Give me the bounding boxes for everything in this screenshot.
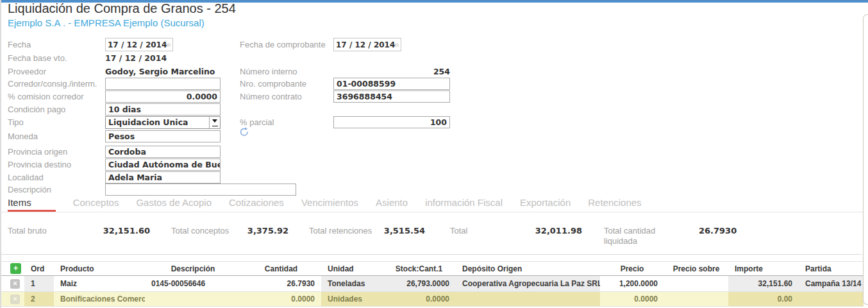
field-label-corredor: Corredor/consig./interm. bbox=[8, 78, 97, 90]
tab-bar: ItemsConceptosGastos de AcopioCotizacion… bbox=[1, 194, 868, 212]
table-row: ✕1Maiz0145-0005664626.7930Toneladas26,79… bbox=[1, 276, 864, 292]
cell-stock: 26,793.0000 bbox=[382, 276, 456, 292]
tab-gastos-de-acopio[interactable]: Gastos de Acopio bbox=[136, 194, 212, 212]
fecha_comprobante-date-field[interactable]: 17 / 12 / 2014 bbox=[333, 38, 401, 51]
cell-ord: 2 bbox=[24, 292, 54, 307]
field-label-fecha: Fecha bbox=[8, 38, 31, 51]
field-label-provincia_origen: Provincia origen bbox=[8, 146, 67, 158]
page-title: Liquidación de Compra de Granos - 254 bbox=[8, 1, 236, 16]
cell-importe: 32,151.60 bbox=[728, 276, 799, 292]
tab-vencimientos[interactable]: Vencimientos bbox=[301, 194, 358, 212]
cell-unidad: Unidades bbox=[321, 292, 382, 307]
field-label-moneda: Moneda bbox=[8, 130, 38, 143]
calendar-icon[interactable] bbox=[167, 40, 171, 49]
total-group-1: Total conceptos3,375.92 bbox=[171, 226, 288, 236]
total-label: Total retenciones bbox=[309, 226, 372, 236]
field-label-numero_interno: Número interno bbox=[240, 65, 297, 78]
items-table: +OrdProductoDescripciónCantidadUnidadSto… bbox=[1, 261, 864, 307]
nro_comprobante-input[interactable]: 01-00088599 bbox=[333, 78, 450, 90]
tab-cotizaciones[interactable]: Cotizaciones bbox=[229, 194, 284, 212]
cell-producto[interactable]: Maiz bbox=[54, 276, 145, 292]
delete-row-icon[interactable]: ✕ bbox=[10, 279, 20, 289]
total-value: 3,515.54 bbox=[384, 226, 425, 235]
comision_corredor-input[interactable]: 0.0000 bbox=[105, 90, 221, 103]
fecha-value: 17 / 12 / 2014 bbox=[108, 40, 167, 49]
refresh-icon[interactable] bbox=[239, 127, 249, 137]
table-row: ✕2Bonificaciones Comerciales de Granos0.… bbox=[1, 292, 864, 307]
cell-descripcion[interactable] bbox=[145, 292, 241, 307]
provincia_destino-input[interactable]: Ciudad Autónoma de Buenc bbox=[105, 158, 221, 171]
field-label-proveedor: Proveedor bbox=[8, 65, 46, 78]
chevron-down-icon[interactable] bbox=[209, 117, 220, 128]
tab-conceptos[interactable]: Conceptos bbox=[73, 194, 119, 212]
cell-precio_sobre[interactable] bbox=[664, 292, 728, 307]
fecha_comprobante-value: 17 / 12 / 2014 bbox=[336, 40, 395, 49]
total-group-0: Total bruto32,151.60 bbox=[8, 226, 150, 236]
row-actions-cell: ✕ bbox=[1, 292, 24, 307]
column-header-precio: Precio bbox=[600, 262, 664, 276]
field-label-condicion_pago: Condición pago bbox=[8, 103, 65, 116]
provincia_origen-input[interactable]: Cordoba bbox=[105, 146, 221, 158]
numero_contrato-input[interactable]: 3696888454 bbox=[333, 90, 450, 103]
total-group-3: Total32,011.98 bbox=[450, 226, 582, 236]
items-table-header: +OrdProductoDescripciónCantidadUnidadSto… bbox=[1, 262, 864, 276]
tab-items[interactable]: Items bbox=[8, 194, 56, 212]
app-window: Liquidación de Compra de Granos - 254 Ej… bbox=[0, 0, 868, 308]
numero_interno-value: 254 bbox=[333, 65, 450, 78]
add-row-icon[interactable]: + bbox=[10, 263, 21, 274]
field-label-localidad: Localidad bbox=[8, 171, 44, 184]
column-header-unidad: Unidad bbox=[321, 262, 382, 276]
tab-asiento[interactable]: Asiento bbox=[376, 194, 408, 212]
tab-informaci-n-fiscal[interactable]: información Fiscal bbox=[425, 194, 503, 212]
fecha_base_vto-value: 17 / 12 / 2014 bbox=[105, 52, 221, 65]
cell-partida: Campaña 13/14 bbox=[799, 276, 864, 292]
cell-producto[interactable]: Bonificaciones Comerciales de Granos bbox=[54, 292, 145, 307]
total-value: 26.7930 bbox=[699, 226, 737, 235]
cell-descripcion[interactable]: 0145-00056646 bbox=[145, 276, 241, 292]
total-label: Total conceptos bbox=[171, 226, 229, 236]
cell-partida bbox=[799, 292, 864, 307]
column-header-ord: Ord bbox=[24, 262, 54, 276]
calendar-icon[interactable] bbox=[395, 40, 399, 49]
company-branch-link[interactable]: Ejemplo S.A . - EMPRESA Ejemplo (Sucursa… bbox=[8, 17, 204, 28]
cell-cantidad[interactable]: 0.0000 bbox=[241, 292, 321, 307]
delete-row-icon[interactable]: ✕ bbox=[10, 295, 20, 304]
column-header-stock: Stock:Cant.1 bbox=[382, 262, 456, 276]
total-value: 32,011.98 bbox=[535, 226, 582, 235]
moneda-input[interactable]: Pesos bbox=[105, 130, 221, 142]
row-actions-cell: ✕ bbox=[1, 276, 24, 292]
field-label-numero_contrato: Número contrato bbox=[240, 90, 302, 103]
column-header-deposito: Depósito Origen bbox=[456, 262, 600, 276]
cell-ord: 1 bbox=[24, 276, 54, 292]
total-label: Total bruto bbox=[8, 226, 47, 236]
total-label: Total cantidad liquidada bbox=[604, 226, 676, 246]
localidad-input[interactable]: Adela Maria bbox=[105, 171, 221, 184]
column-header-precio_sobre: Precio sobre bbox=[664, 262, 728, 276]
field-label-nro_comprobante: Nro. comprobante bbox=[240, 78, 306, 90]
parcial-input[interactable]: 100 bbox=[333, 116, 450, 128]
cell-deposito bbox=[456, 292, 600, 307]
add-column-header: + bbox=[1, 262, 24, 276]
cell-precio_sobre[interactable] bbox=[664, 276, 728, 292]
cell-deposito: Cooperativa Agropecuaria La Paz SRL bbox=[456, 276, 600, 292]
tipo-select[interactable]: Liquidacion Unica bbox=[105, 116, 221, 129]
total-group-2: Total retenciones3,515.54 bbox=[309, 226, 425, 236]
field-label-comision_corredor: % comision corredor bbox=[8, 90, 84, 103]
cell-cantidad[interactable]: 26.7930 bbox=[241, 276, 321, 292]
field-label-tipo: Tipo bbox=[8, 116, 24, 129]
column-header-descripcion: Descripción bbox=[145, 262, 241, 276]
fecha-date-field[interactable]: 17 / 12 / 2014 bbox=[105, 38, 173, 51]
cell-precio[interactable]: 0.0000 bbox=[600, 292, 664, 307]
condicion_pago-input[interactable]: 10 dias bbox=[105, 103, 221, 116]
vertical-scrollbar[interactable] bbox=[863, 14, 868, 305]
cell-precio[interactable]: 1,200.0000 bbox=[600, 276, 664, 292]
cell-unidad: Toneladas bbox=[321, 276, 382, 292]
tab-retenciones[interactable]: Retenciones bbox=[588, 194, 641, 212]
field-label-fecha_comprobante: Fecha de comprobante bbox=[240, 38, 326, 51]
column-header-producto: Producto bbox=[54, 262, 145, 276]
cell-importe: 0.00 bbox=[728, 292, 799, 307]
tab-exportaci-n[interactable]: Exportación bbox=[520, 194, 571, 212]
cell-stock: 0.0000 bbox=[382, 292, 456, 307]
corredor-input[interactable] bbox=[105, 78, 221, 90]
field-label-provincia_destino: Provincia destino bbox=[8, 158, 71, 171]
